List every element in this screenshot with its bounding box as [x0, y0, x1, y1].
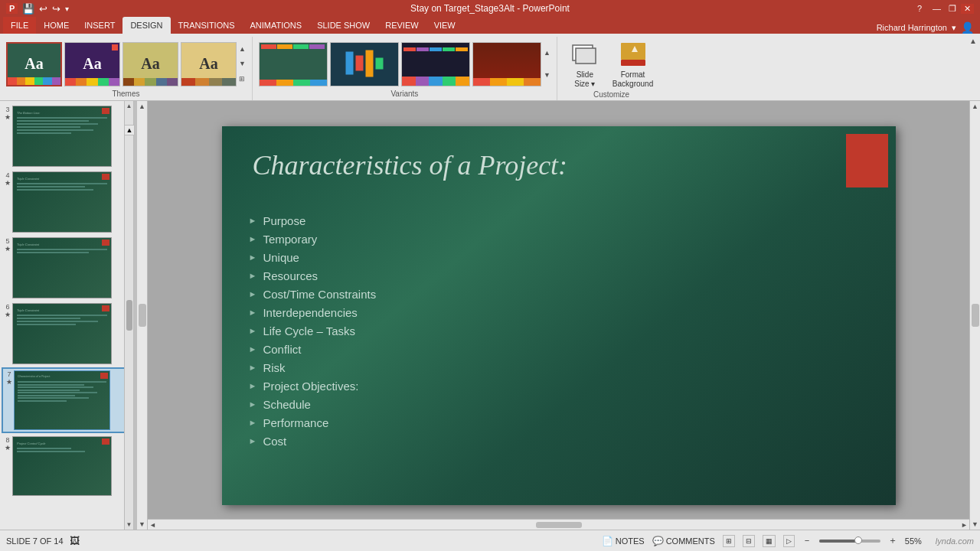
slide-number-5: 5	[5, 237, 9, 245]
editor-right-scroll-up[interactable]: ▲	[972, 103, 978, 110]
save-icon[interactable]: 💾	[22, 3, 34, 15]
variant-3[interactable]	[401, 42, 470, 86]
view-grid-btn[interactable]: ⊟	[743, 535, 755, 547]
theme-3[interactable]: Aa	[122, 42, 178, 86]
slide-star-6: ★	[5, 311, 11, 318]
undo-icon[interactable]: ↩	[39, 3, 47, 15]
editor-left-scrollbar[interactable]: ▲ ▼	[137, 101, 148, 530]
variant-4[interactable]	[472, 42, 541, 86]
slide-number-4: 4	[5, 171, 9, 179]
editor-scroll-thumb-v[interactable]	[139, 304, 146, 327]
tab-review[interactable]: REVIEW	[377, 17, 426, 34]
slide-size-icon	[570, 40, 600, 69]
user-name: Richard Harrington	[877, 23, 947, 32]
slide-view-icon[interactable]: 🖼	[70, 535, 80, 546]
theme-2[interactable]: Aa	[64, 42, 120, 86]
slide-thumb-6[interactable]: Triple Constraint	[12, 303, 112, 364]
tab-design[interactable]: DESIGN	[122, 17, 170, 34]
panel-scrollbar[interactable]: ▲ ▼	[124, 101, 133, 530]
redo-icon[interactable]: ↪	[52, 3, 60, 15]
slide-star-3: ★	[5, 113, 11, 121]
window-controls: ? — ❐ ✕	[917, 4, 974, 14]
slide-number-6: 6	[5, 303, 9, 311]
variant-1[interactable]	[259, 42, 328, 86]
slide-thumb-3[interactable]: The Bottom Line:	[12, 106, 112, 167]
slide-size-label: SlideSize ▾	[574, 70, 595, 89]
svg-rect-3	[621, 60, 645, 66]
comments-button[interactable]: 💬 COMMENTS	[652, 536, 715, 546]
slide-size-button[interactable]: SlideSize ▾	[570, 40, 600, 89]
zoom-level[interactable]: 55%	[905, 536, 922, 546]
slide-thumb-4[interactable]: Triple Constraint	[12, 171, 112, 233]
themes-label: Themes	[6, 90, 246, 100]
bullet-schedule: ► Schedule	[249, 398, 377, 411]
panel-scroll-thumb[interactable]	[126, 300, 132, 331]
lynda-logo: lynda.com	[936, 536, 974, 546]
slide-thumb-8[interactable]: Project Control Cycle	[12, 436, 112, 496]
slide-star-4: ★	[5, 179, 11, 187]
slide-item-7[interactable]: 7 ★ Characteristics of a Project:	[2, 367, 132, 433]
theme-1[interactable]: Aa	[6, 42, 62, 86]
editor-scroll-up-btn[interactable]: ▲	[139, 103, 145, 110]
bullet-purpose: ► Purpose	[249, 214, 377, 227]
bullet-unique: ► Unique	[249, 251, 377, 264]
user-dropdown-icon[interactable]: ▾	[952, 23, 956, 33]
editor-bottom-scroll-right[interactable]: ►	[961, 521, 968, 529]
tab-view[interactable]: VIEW	[426, 17, 463, 34]
help-icon[interactable]: ?	[917, 4, 922, 13]
notes-button[interactable]: 📄 NOTES	[602, 536, 645, 546]
theme-4[interactable]: Aa	[181, 42, 237, 86]
slide-editor: ▲ ▼ Characteristics of a Project: ► Purp…	[137, 101, 980, 530]
format-background-label: FormatBackground	[612, 70, 653, 89]
editor-scroll-down-btn[interactable]: ▼	[139, 520, 145, 528]
minimize-button[interactable]: —	[929, 4, 944, 13]
zoom-handle[interactable]	[854, 536, 862, 544]
format-background-icon	[618, 40, 648, 69]
editor-bottom-scrollbar[interactable]: ◄ ►	[148, 519, 969, 530]
format-background-button[interactable]: FormatBackground	[612, 40, 653, 89]
slide-thumb-5[interactable]: Triple Constraint	[12, 237, 112, 298]
view-slideshow-btn[interactable]: ▷	[783, 535, 795, 547]
editor-right-scroll-down[interactable]: ▼	[972, 520, 978, 528]
bullet-conflict: ► Conflict	[249, 343, 377, 356]
panel-scroll-up-btn[interactable]: ▲	[126, 103, 132, 109]
tab-insert[interactable]: INSERT	[77, 17, 122, 34]
variant-2[interactable]	[330, 42, 399, 86]
slide-star-8: ★	[5, 444, 11, 452]
slide-canvas[interactable]: Characteristics of a Project: ► Purpose …	[222, 126, 896, 505]
slide-item-6[interactable]: 6 ★ Triple Constraint	[2, 302, 132, 366]
slide-item-4[interactable]: 4 ★ Triple Constraint	[2, 170, 132, 234]
slide-number-7: 7	[7, 370, 11, 378]
customize-qat-icon[interactable]: ▾	[65, 5, 69, 13]
zoom-out-btn[interactable]: －	[802, 534, 812, 547]
customize-section: SlideSize ▾ FormatBackground Customize	[557, 37, 665, 100]
editor-right-scrollbar[interactable]: ▲ ▼	[969, 101, 980, 530]
view-reading-btn[interactable]: ▦	[763, 535, 776, 547]
slide-item-3[interactable]: 3 ★ The Bottom Line:	[2, 104, 132, 168]
status-right-controls: 📄 NOTES 💬 COMMENTS ⊞ ⊟ ▦ ▷ － ＋ 55% lynda…	[602, 534, 974, 547]
editor-bottom-scroll-thumb[interactable]	[536, 522, 582, 528]
editor-right-scroll-thumb[interactable]	[972, 304, 979, 327]
restore-button[interactable]: ❐	[946, 4, 959, 14]
zoom-slider[interactable]	[819, 540, 880, 543]
tab-transitions[interactable]: TRANSITIONS	[171, 17, 243, 34]
tab-home[interactable]: HOME	[36, 17, 77, 34]
tab-animations[interactable]: ANIMATIONS	[243, 17, 310, 34]
close-button[interactable]: ✕	[961, 4, 974, 14]
tab-slideshow[interactable]: SLIDE SHOW	[309, 17, 377, 34]
view-normal-btn[interactable]: ⊞	[723, 535, 735, 547]
panel-scroll-down-btn[interactable]: ▼	[126, 521, 132, 528]
ribbon-collapse-button[interactable]: ▲	[969, 37, 977, 45]
themes-scroll[interactable]: ▲ ▼ ⊞	[239, 42, 246, 86]
slide-bullet-list[interactable]: ► Purpose ► Temporary ► Unique ► Resourc…	[249, 214, 377, 453]
tab-file[interactable]: FILE	[3, 17, 36, 34]
editor-bottom-scroll-left[interactable]: ◄	[149, 521, 156, 529]
status-bar: SLIDE 7 OF 14 🖼 📄 NOTES 💬 COMMENTS ⊞ ⊟ ▦…	[0, 530, 980, 551]
zoom-in-btn[interactable]: ＋	[888, 534, 897, 547]
slide-title[interactable]: Characteristics of a Project:	[253, 149, 827, 182]
panel-scroll-up[interactable]: ▲	[124, 125, 135, 135]
variants-scroll[interactable]: ▲ ▼	[544, 42, 550, 86]
slide-item-5[interactable]: 5 ★ Triple Constraint	[2, 236, 132, 300]
slide-thumb-7[interactable]: Characteristics of a Project:	[14, 370, 110, 430]
slide-item-8[interactable]: 8 ★ Project Control Cycle	[2, 435, 132, 497]
